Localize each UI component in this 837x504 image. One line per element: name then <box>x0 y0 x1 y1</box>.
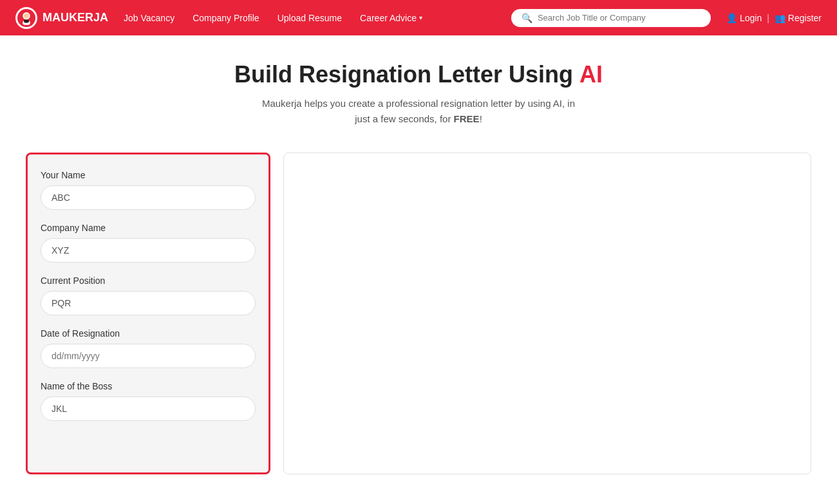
form-group-date-of-resignation: Date of Resignation <box>41 328 256 368</box>
navbar: MAUKERJA Job Vacancy Company Profile Upl… <box>0 0 837 35</box>
search-bar[interactable]: 🔍 <box>511 9 711 27</box>
nav-career-advice[interactable]: Career Advice ▾ <box>360 13 422 23</box>
nav-company-profile[interactable]: Company Profile <box>193 13 259 23</box>
login-label: Login <box>740 13 762 23</box>
input-date-of-resignation[interactable] <box>41 344 256 368</box>
career-advice-label: Career Advice <box>360 13 417 23</box>
hero-title-part1: Build Resignation Letter Using <box>234 61 579 88</box>
register-button[interactable]: 👥 Register <box>775 13 822 23</box>
login-button[interactable]: 👤 Login <box>726 13 762 23</box>
label-your-name: Your Name <box>41 170 256 180</box>
svg-rect-4 <box>24 19 29 23</box>
form-group-company-name: Company Name <box>41 223 256 263</box>
label-current-position: Current Position <box>41 275 256 286</box>
form-section: Your Name Company Name Current Position … <box>0 140 837 487</box>
form-group-current-position: Current Position <box>41 275 256 315</box>
input-boss-name[interactable] <box>41 397 256 421</box>
hero-subtitle-text: Maukerja helps you create a professional… <box>262 98 575 124</box>
brand-logo[interactable]: MAUKERJA <box>15 7 108 29</box>
label-boss-name: Name of the Boss <box>41 381 256 391</box>
form-group-your-name: Your Name <box>41 170 256 210</box>
input-your-name[interactable] <box>41 185 256 210</box>
nav-job-vacancy[interactable]: Job Vacancy <box>124 13 174 23</box>
svg-point-2 <box>24 13 29 18</box>
brand-name: MAUKERJA <box>42 11 108 24</box>
input-company-name[interactable] <box>41 238 256 263</box>
search-icon: 🔍 <box>522 13 532 23</box>
hero-title-ai: AI <box>579 61 603 88</box>
input-current-position[interactable] <box>41 291 256 315</box>
form-card: Your Name Company Name Current Position … <box>26 153 270 474</box>
hero-title: Build Resignation Letter Using AI <box>13 61 824 88</box>
auth-separator: | <box>767 13 769 23</box>
register-icon: 👥 <box>775 13 785 23</box>
hero-subtitle-end: ! <box>480 113 482 124</box>
hero-section: Build Resignation Letter Using AI Mauker… <box>0 35 837 140</box>
label-company-name: Company Name <box>41 223 256 233</box>
nav-upload-resume[interactable]: Upload Resume <box>277 13 342 23</box>
brand-icon <box>15 7 37 29</box>
register-label: Register <box>788 13 822 23</box>
search-input[interactable] <box>538 13 701 23</box>
users-icon: 👤 <box>726 13 737 23</box>
hero-subtitle: Maukerja helps you create a professional… <box>258 96 579 127</box>
preview-card <box>283 153 811 474</box>
nav-links: Job Vacancy Company Profile Upload Resum… <box>124 13 496 23</box>
label-date-of-resignation: Date of Resignation <box>41 328 256 339</box>
hero-free-text: FREE <box>454 113 480 124</box>
nav-auth: 👤 Login | 👥 Register <box>726 13 822 23</box>
main-content: Build Resignation Letter Using AI Mauker… <box>0 35 837 504</box>
form-group-boss-name: Name of the Boss <box>41 381 256 421</box>
chevron-down-icon: ▾ <box>419 14 422 21</box>
